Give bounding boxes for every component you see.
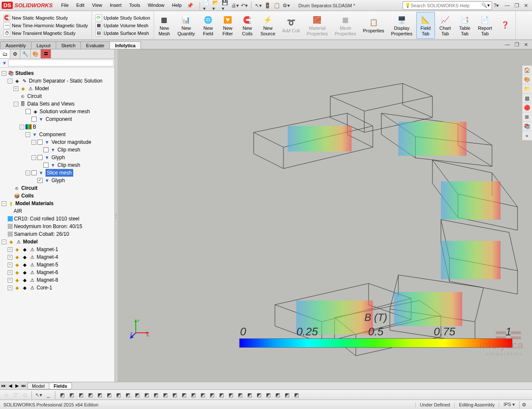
search-icon[interactable]: 🔍▾ [481, 3, 490, 8]
tree-component-2[interactable]: −▼Component [2, 131, 113, 138]
status-units[interactable]: IPS ▾ [499, 402, 519, 407]
config-tab[interactable]: 🔧 [20, 49, 31, 58]
update-volume-mesh-btn[interactable]: ▦Update Volume Mesh [95, 22, 150, 29]
ribbon-table-tab-button[interactable]: 📑Table Tab [455, 12, 474, 39]
tree-solution-mesh[interactable]: ◈Solution volume mesh [2, 108, 113, 115]
tree-studies-root[interactable]: −📚Studies [2, 69, 113, 77]
undo-icon[interactable]: ↶▾ [240, 1, 249, 10]
tab-evaluate[interactable]: Evaluate [80, 41, 110, 49]
tree-coils[interactable]: 📦Coils [2, 192, 113, 200]
tree-materials[interactable]: −▮Model Materials [2, 200, 113, 207]
tree-glyph-1[interactable]: −▼Glyph [2, 154, 113, 161]
ribbon-new-coils-button[interactable]: 🧲New Coils [238, 12, 257, 39]
bottom-tab-fields[interactable]: Fields [49, 383, 72, 389]
bottom-tab-model[interactable]: Model [27, 383, 49, 389]
tool-icon[interactable]: ◩ [208, 391, 216, 399]
property-tab[interactable]: ⚙ [10, 49, 20, 58]
update-surface-mesh-btn[interactable]: ▤Update Surface Mesh [95, 30, 150, 37]
tab-sketch[interactable]: Sketch [56, 41, 81, 49]
feature-tree[interactable]: −📚Studies −◈✎Drum Separator - Static Sol… [0, 68, 114, 382]
help-search[interactable]: 💡 🔍▾ [403, 1, 492, 10]
close-icon[interactable]: ✕ [522, 1, 530, 10]
tool-icon[interactable]: ◩ [133, 391, 141, 399]
doc-restore-icon[interactable]: ❐ [512, 40, 521, 49]
tree-glyph-2[interactable]: ✓▼Glyph [2, 177, 113, 184]
ribbon-help-button[interactable]: ❓ [496, 12, 515, 39]
menu-window[interactable]: Window [144, 1, 168, 10]
tool-icon[interactable]: ◩ [58, 391, 66, 399]
ribbon-report-tab-button[interactable]: 📄Report Tab [475, 12, 495, 39]
tree-mat-sam[interactable]: Samarium Cobalt: 26/10 [2, 230, 113, 238]
tool-icon[interactable]: ◩ [86, 391, 94, 399]
tool-icon[interactable]: ◩ [114, 391, 123, 399]
new-harmonic-study-btn[interactable]: 〰New Time-Harmonic Magnetic Study [3, 22, 88, 29]
pin-icon[interactable]: 📌 [186, 1, 194, 10]
snap-icon[interactable]: ⎯ [44, 391, 52, 399]
tree-circuit-2[interactable]: ⎋Circuit [2, 184, 113, 192]
doc-minimize-icon[interactable]: — [503, 40, 512, 49]
tool-icon[interactable]: ◩ [189, 391, 197, 399]
tool-icon[interactable]: ◩ [236, 391, 244, 399]
color-icon[interactable]: 🎨 [522, 75, 532, 84]
tool-icon[interactable]: ◩ [105, 391, 113, 399]
ribbon-field-tab-button[interactable]: 📐Field Tab [416, 12, 435, 39]
sheet-nav[interactable]: ⏮◀▶⏭ [0, 383, 28, 389]
tree-magnet-6[interactable]: +◆◆⚠Magnet-6 [2, 269, 113, 276]
tree-filter-input[interactable] [8, 60, 114, 66]
settings-icon[interactable]: ⚙▾ [282, 1, 291, 10]
slash-icon[interactable]: 〓 [522, 112, 532, 122]
tree-study[interactable]: −◈✎Drum Separator - Static Solution [2, 77, 113, 85]
tool-icon[interactable]: ◩ [152, 391, 160, 399]
feature-tree-tab[interactable]: 🗂 [0, 49, 10, 58]
tree-magnet-4[interactable]: +◆◆⚠Magnet-4 [2, 253, 113, 261]
open-icon[interactable]: 📂▾ [212, 1, 220, 10]
select-icon[interactable]: ↖▾ [254, 1, 263, 10]
rebuild-icon[interactable]: 🚦 [263, 1, 272, 10]
new-transient-study-btn[interactable]: ⏱New Transient Magnetic Study [3, 30, 88, 37]
new-doc-icon[interactable]: 📄▾ [203, 1, 211, 10]
menu-edit[interactable]: Edit [73, 1, 88, 10]
tree-magnet-5[interactable]: +◆◆⚠Magnet-5 [2, 261, 113, 269]
tree-model[interactable]: +◆⚠Model [2, 85, 113, 92]
appearance-tab[interactable]: 🎨 [31, 49, 41, 58]
tool-icon[interactable]: ◩ [264, 391, 272, 399]
home-view-icon[interactable]: 🏠 [522, 66, 532, 75]
tool-icon[interactable]: ◩ [161, 391, 169, 399]
layers-icon[interactable]: 📚 [522, 122, 532, 131]
menu-tools[interactable]: Tools [126, 1, 144, 10]
tree-mat-air[interactable]: AIR [2, 207, 113, 215]
tree-clip-mesh-1[interactable]: ▼Clip mesh [2, 146, 113, 154]
tree-component-1[interactable]: ▼Component [2, 115, 113, 123]
tree-core-1[interactable]: +◆◆⚠Core-1 [2, 284, 113, 292]
ribbon-new-mesh-button[interactable]: ▦New Mesh [155, 12, 174, 39]
ribbon-new-source-button[interactable]: ⚡New Source [257, 12, 278, 39]
tool-icon[interactable]: ◩ [292, 391, 300, 399]
options-icon[interactable]: 📋 [273, 1, 281, 10]
infolytica-tab[interactable]: 〓 [41, 49, 51, 58]
tab-layout[interactable]: Layout [31, 41, 56, 49]
tree-circuit[interactable]: ⎋Circuit [2, 92, 113, 100]
ribbon-new-field-button[interactable]: 🌐New Field [199, 12, 217, 39]
filter2-icon[interactable]: ◇ [20, 391, 29, 399]
ribbon-properties-button[interactable]: 📋Properties [360, 12, 387, 39]
tool-icon[interactable]: ◩ [123, 391, 132, 399]
menu-file[interactable]: File [58, 1, 72, 10]
grid-icon[interactable]: ▦ [522, 94, 532, 103]
tool-icon[interactable]: ◩ [180, 391, 188, 399]
ribbon-display-properties-button[interactable]: 🖥️Display Properties [388, 12, 415, 39]
restore-icon[interactable]: ❐ [512, 1, 521, 10]
tree-b-field[interactable]: −B [2, 123, 113, 131]
tree-datasets[interactable]: −🗄Data Sets and Views [2, 100, 113, 108]
tree-slice-mesh[interactable]: −▼Slice mesh [2, 169, 113, 177]
update-solution-btn[interactable]: ⟳Update Study Solution [95, 14, 150, 21]
ribbon-new-filter-button[interactable]: 🔽New Filter [218, 12, 237, 39]
tree-clip-mesh-2[interactable]: ▼Clip mesh [2, 161, 113, 169]
tool-icon[interactable]: ◩ [255, 391, 263, 399]
menu-help[interactable]: Help [169, 1, 185, 10]
tool-icon[interactable]: ◩ [283, 391, 291, 399]
graphics-viewport[interactable]: YXZ B (T) 00.250.50.751 〓〓 infolytica co… [117, 49, 532, 382]
folder-icon[interactable]: 📁 [522, 84, 532, 94]
cursor-icon[interactable]: ↖▾ [34, 391, 43, 399]
filter-icon[interactable]: ▽ [11, 391, 20, 399]
tree-mat-neo[interactable]: Neodymium Iron Boron: 40/15 [2, 223, 113, 230]
